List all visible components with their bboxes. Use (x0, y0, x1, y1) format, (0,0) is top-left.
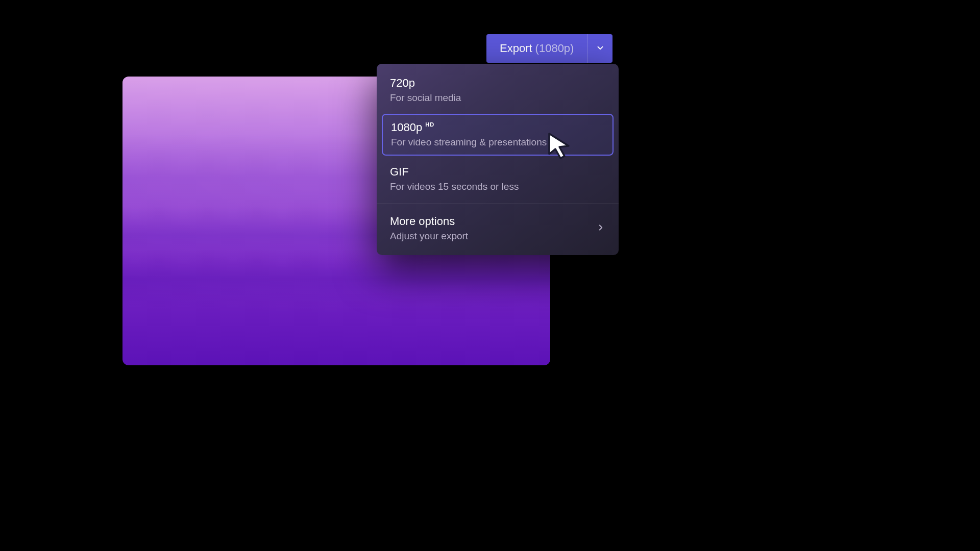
export-button-group: Export (1080p) (486, 34, 612, 63)
more-options-subtitle: Adjust your export (390, 231, 468, 242)
export-option-title: GIF (390, 165, 605, 179)
divider (377, 204, 619, 204)
more-options-title: More options (390, 215, 468, 228)
export-option-subtitle: For social media (390, 92, 605, 104)
export-option-title: 1080p HD (391, 121, 604, 134)
hd-badge: HD (425, 121, 434, 128)
chevron-right-icon (596, 223, 605, 234)
export-options-dropdown: 720p For social media 1080p HD For video… (377, 64, 619, 255)
export-option-subtitle: For video streaming & presentations (391, 137, 604, 148)
export-option-title: 720p (390, 77, 605, 90)
chevron-down-icon (596, 43, 605, 54)
export-button[interactable]: Export (1080p) (486, 34, 587, 63)
export-option-1080p[interactable]: 1080p HD For video streaming & presentat… (382, 114, 614, 156)
export-option-subtitle: For videos 15 seconds or less (390, 181, 605, 192)
export-more-options[interactable]: More options Adjust your export (377, 207, 619, 250)
export-dropdown-toggle[interactable] (587, 34, 612, 63)
export-resolution-label: (1080p) (535, 42, 574, 55)
export-button-label: Export (500, 42, 532, 55)
export-option-gif[interactable]: GIF For videos 15 seconds or less (377, 158, 619, 201)
export-option-720p[interactable]: 720p For social media (377, 69, 619, 112)
